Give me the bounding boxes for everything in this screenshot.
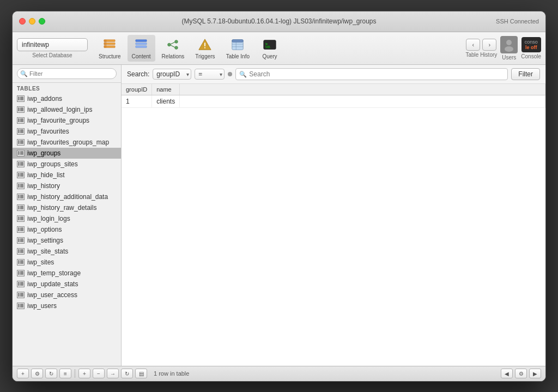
next-page-button[interactable]: ▶: [529, 369, 541, 378]
table-row-icon: [17, 139, 25, 146]
console-button[interactable]: conso le off: [521, 37, 541, 52]
minimize-button[interactable]: [29, 18, 35, 25]
table-row-icon: [17, 204, 25, 211]
sidebar-table-item[interactable]: iwp_settings: [13, 235, 121, 246]
settings-button[interactable]: ⚙: [31, 369, 43, 378]
sidebar-table-item[interactable]: iwp_site_stats: [13, 246, 121, 257]
sidebar-table-item[interactable]: iwp_temp_storage: [13, 268, 121, 279]
sidebar-table-item[interactable]: iwp_users: [13, 300, 121, 311]
col-settings-button[interactable]: ▤: [135, 369, 147, 378]
sidebar-table-item[interactable]: iwp_favourites: [13, 126, 121, 137]
data-table: groupID name 1clients: [122, 84, 545, 108]
search-bar: Search: groupID name = != LIKE > <: [122, 65, 545, 84]
move-col-right-button[interactable]: →: [107, 369, 119, 378]
table-row-icon: [17, 270, 25, 276]
table-row-icon: [17, 117, 25, 124]
sidebar-table-item[interactable]: iwp_update_stats: [13, 279, 121, 290]
remove-col-button[interactable]: −: [93, 369, 105, 378]
toolbar-right: ‹ › Table History Users conso le off: [465, 36, 541, 61]
users-avatar[interactable]: [500, 36, 518, 53]
prev-page-button[interactable]: ◀: [501, 369, 513, 378]
sidebar-table-item[interactable]: iwp_sites: [13, 257, 121, 268]
table-row[interactable]: 1clients: [122, 95, 545, 107]
table-item-label: iwp_temp_storage: [27, 269, 81, 277]
page-settings-button[interactable]: ⚙: [515, 369, 527, 378]
sidebar-table-item[interactable]: iwp_user_access: [13, 290, 121, 300]
svg-rect-4: [136, 39, 147, 41]
search-input-icon: 🔍: [239, 70, 247, 77]
sidebar-table-item[interactable]: iwp_groups: [13, 148, 121, 159]
table-item-label: iwp_users: [27, 302, 57, 310]
toolbar-query[interactable]: >_ SQL Query: [256, 35, 283, 62]
svg-point-9: [175, 46, 178, 49]
table-item-label: iwp_groups: [27, 149, 60, 157]
ssh-status: SSH Connected: [496, 18, 539, 25]
db-selector-wrap: infinitewp Select Database: [17, 38, 88, 58]
table-item-label: iwp_history_additional_data: [27, 193, 108, 201]
maximize-button[interactable]: [39, 18, 45, 25]
structure-icon: [102, 37, 117, 52]
filter-rows-button[interactable]: ≡: [59, 369, 71, 378]
table-item-label: iwp_favourite_groups: [27, 117, 89, 124]
table-row-icon: [17, 259, 25, 266]
refresh-button[interactable]: ↻: [45, 369, 57, 378]
toolbar-structure[interactable]: Structure: [94, 35, 125, 62]
back-button[interactable]: ‹: [466, 39, 480, 51]
table-info-icon: [230, 37, 245, 52]
add-col-button[interactable]: +: [78, 369, 90, 378]
table-item-label: iwp_favourites: [27, 128, 69, 135]
table-row-icon: [17, 150, 25, 156]
operator-select-wrap: = != LIKE > <: [195, 69, 225, 80]
field-select[interactable]: groupID name: [153, 69, 191, 80]
sidebar-table-item[interactable]: iwp_addons: [13, 93, 121, 104]
table-cell-name: clients: [152, 95, 180, 107]
row-count-label: 1 row in table: [154, 370, 189, 377]
operator-select[interactable]: = != LIKE > <: [195, 69, 225, 80]
table-row-icon: [17, 194, 25, 200]
svg-rect-5: [136, 43, 147, 45]
sidebar-table-item[interactable]: iwp_favourite_groups: [13, 115, 121, 126]
table-item-label: iwp_allowed_login_ips: [27, 106, 92, 113]
table-history-label: Table History: [465, 52, 497, 58]
search-input-wrap: 🔍: [235, 68, 508, 80]
structure-label: Structure: [99, 53, 121, 59]
db-selector[interactable]: infinitewp: [17, 38, 88, 51]
refresh-col-button[interactable]: ↻: [121, 369, 133, 378]
svg-point-7: [168, 43, 171, 46]
toolbar-relations[interactable]: Relations: [157, 35, 189, 62]
sidebar-filter-input[interactable]: [17, 68, 117, 79]
sidebar-table-item[interactable]: iwp_favourites_groups_map: [13, 137, 121, 148]
triggers-label: Triggers: [195, 53, 215, 59]
sidebar-table-item[interactable]: iwp_allowed_login_ips: [13, 104, 121, 115]
close-button[interactable]: [19, 18, 26, 25]
svg-line-11: [171, 45, 175, 47]
sidebar-table-item[interactable]: iwp_history_raw_details: [13, 202, 121, 213]
svg-rect-6: [136, 45, 147, 47]
table-item-label: iwp_history_raw_details: [27, 204, 96, 212]
content-icon: [134, 37, 149, 52]
sidebar-table-item[interactable]: iwp_groups_sites: [13, 159, 121, 170]
add-row-button[interactable]: +: [17, 369, 29, 378]
sidebar-table-item[interactable]: iwp_history_additional_data: [13, 191, 121, 202]
sidebar-table-item[interactable]: iwp_hide_list: [13, 170, 121, 180]
tables-list: iwp_addonsiwp_allowed_login_ipsiwp_favou…: [13, 93, 121, 366]
toolbar-triggers[interactable]: Triggers: [191, 35, 219, 62]
table-row-icon: [17, 237, 25, 244]
svg-rect-14: [205, 47, 206, 48]
filter-button[interactable]: Filter: [511, 68, 540, 80]
table-item-label: iwp_settings: [27, 237, 63, 244]
toggle-dot[interactable]: [228, 72, 232, 76]
forward-button[interactable]: ›: [482, 39, 496, 51]
toolbar-content[interactable]: Content: [128, 35, 155, 62]
sidebar-table-item[interactable]: iwp_login_logs: [13, 213, 121, 224]
svg-point-24: [505, 46, 513, 52]
relations-icon: [165, 37, 180, 52]
search-input[interactable]: [235, 68, 508, 80]
toolbar-table-info[interactable]: Table Info: [222, 35, 254, 62]
sidebar-table-item[interactable]: iwp_options: [13, 224, 121, 235]
table-header-row: groupID name: [122, 84, 545, 95]
sidebar-table-item[interactable]: iwp_history: [13, 180, 121, 191]
svg-point-23: [506, 40, 512, 45]
column-header-empty: [180, 84, 545, 95]
main-window: (MySQL 5.7.18-0ubuntu0.16.04.1-log) JLS0…: [12, 11, 546, 382]
